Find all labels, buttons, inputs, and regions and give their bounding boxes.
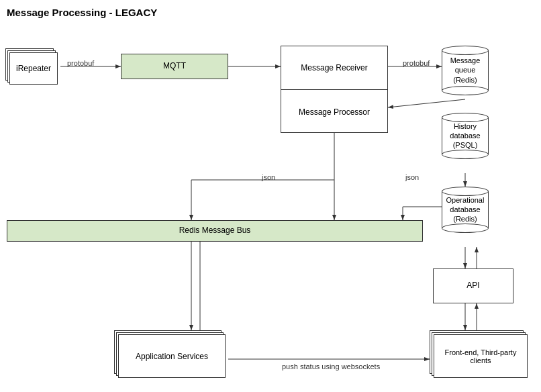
label-protobuf2: protobuf	[403, 59, 430, 67]
api-box: API	[433, 268, 513, 303]
history-db-label: Historydatabase(PSQL)	[450, 121, 480, 150]
label-push-status: push status using websockets	[282, 362, 380, 371]
diagram: Message Processing - LEGACY	[0, 0, 541, 392]
history-db-cylinder: Historydatabase(PSQL)	[442, 113, 489, 159]
frontend-label: Front-end, Third-party clients	[434, 348, 527, 364]
message-queue-cylinder: Messagequeue(Redis)	[442, 46, 489, 95]
operational-db-cylinder: Operationaldatabase(Redis)	[442, 187, 489, 233]
appservices-component: Application Services	[114, 330, 228, 381]
message-receiver-section: Message Receiver	[281, 46, 387, 90]
message-processor-section: Message Processor	[281, 90, 387, 134]
label-json2: json	[405, 173, 419, 181]
redis-bus-box: Redis Message Bus	[7, 220, 423, 242]
redis-bus-label: Redis Message Bus	[179, 226, 251, 236]
label-protobuf1: protobuf	[67, 59, 94, 67]
operational-db-label: Operationaldatabase(Redis)	[446, 195, 485, 224]
appservices-label: Application Services	[136, 352, 208, 361]
message-processor-label: Message Processor	[299, 107, 370, 117]
label-json1: json	[262, 173, 275, 181]
svg-line-6	[388, 99, 465, 107]
mqtt-box: MQTT	[121, 54, 228, 79]
frontend-component: Front-end, Third-party clients	[430, 330, 530, 381]
message-processor-box: Message Receiver Message Processor	[281, 46, 388, 133]
irepeater-label: iRepeater	[16, 64, 51, 73]
message-receiver-label: Message Receiver	[301, 63, 367, 72]
irepeater-component: iRepeater	[5, 48, 59, 85]
page-title: Message Processing - LEGACY	[7, 7, 157, 18]
mqtt-label: MQTT	[163, 61, 186, 72]
message-queue-label: Messagequeue(Redis)	[450, 56, 481, 85]
api-label: API	[466, 281, 479, 291]
